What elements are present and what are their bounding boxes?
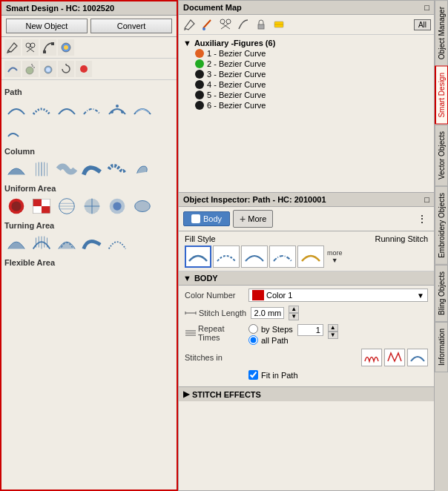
ua-shape-4[interactable] (80, 196, 104, 217)
bezier-label-2: 2 - Bezier Curve (207, 59, 266, 68)
tab-label-information: Information (438, 329, 446, 366)
all-button[interactable]: All (414, 19, 431, 30)
col-shape-6[interactable] (131, 159, 154, 179)
doc-lock-icon[interactable] (253, 17, 269, 32)
path-shape-5[interactable] (105, 99, 129, 120)
stitch-viz-1[interactable] (361, 349, 382, 366)
scissors-icon[interactable] (22, 39, 39, 56)
svg-point-47 (220, 19, 225, 24)
sidebar-tab-object-manager[interactable]: Object Manager (435, 0, 448, 66)
rotate-icon[interactable] (58, 61, 74, 77)
ta-shape-4[interactable] (80, 233, 104, 254)
node-tool-icon[interactable] (40, 39, 56, 56)
repeat-up[interactable]: ▲ (328, 324, 338, 332)
col-shape-1[interactable] (4, 159, 28, 179)
ta-shape-1[interactable] (4, 233, 28, 254)
ua-shape-1[interactable] (4, 196, 28, 217)
draw-tool-icon[interactable] (4, 39, 21, 56)
swatch-1[interactable] (185, 246, 211, 268)
by-steps-radio[interactable] (248, 324, 258, 334)
tree-item-5[interactable]: 5 - Bezier Curve (195, 90, 429, 100)
swatch-5[interactable] (297, 246, 324, 268)
new-object-button[interactable]: New Object (6, 19, 88, 33)
stitch-length-down[interactable]: ▼ (289, 313, 299, 320)
sidebar-tab-bling-objects[interactable]: Bling Objects (435, 265, 448, 322)
svg-rect-51 (258, 24, 264, 29)
col-shape-3[interactable] (55, 159, 79, 179)
stitch-length-input[interactable] (251, 307, 284, 319)
all-path-radio-row[interactable]: all Path (248, 335, 293, 345)
fill-icon[interactable] (76, 61, 92, 77)
path-shape-3[interactable] (55, 99, 79, 120)
ua-shape-3[interactable] (55, 196, 79, 217)
plus-icon: + (240, 213, 246, 225)
path-shape-2[interactable] (30, 99, 53, 120)
path-shape-7[interactable] (4, 122, 28, 142)
color-selector[interactable]: Color 1 ▼ (248, 289, 428, 302)
spray-icon[interactable] (22, 61, 39, 77)
ta-shape-2[interactable] (30, 233, 53, 254)
curve-tool-icon[interactable] (4, 61, 21, 77)
kebab-menu-button[interactable]: ⋮ (415, 211, 429, 226)
convert-button[interactable]: Convert (90, 19, 172, 33)
inspector-close[interactable]: □ (424, 195, 429, 204)
doc-brush-icon[interactable] (200, 17, 216, 32)
svg-point-0 (26, 43, 30, 47)
more-tab[interactable]: + More (233, 210, 273, 228)
svg-point-48 (226, 19, 231, 24)
svg-rect-28 (42, 200, 50, 206)
wand-icon[interactable] (40, 61, 56, 77)
by-steps-radio-row[interactable]: by Steps (248, 324, 293, 334)
svg-point-39 (113, 202, 121, 210)
ta-shape-5[interactable] (105, 233, 129, 254)
tree-parent-item[interactable]: ▼ Auxiliary -Figures (6) (183, 38, 429, 48)
stitch-viz-3[interactable] (407, 349, 428, 366)
doc-scissors-icon[interactable] (217, 17, 234, 32)
tree-item-1[interactable]: 1 - Bezier Curve (195, 48, 429, 59)
sidebar-tab-information[interactable]: Information (435, 322, 448, 372)
doc-eye-icon[interactable] (271, 17, 287, 32)
stitch-length-up[interactable]: ▲ (289, 306, 299, 313)
tree-item-4[interactable]: 4 - Bezier Curve (195, 79, 429, 90)
stitch-viz-2[interactable] (384, 349, 405, 366)
fit-in-path-checkbox[interactable] (248, 370, 258, 380)
swatch-3[interactable] (241, 246, 268, 268)
ua-shape-5[interactable] (105, 196, 129, 217)
tree-item-2[interactable]: 2 - Bezier Curve (195, 59, 429, 69)
all-path-radio[interactable] (248, 335, 258, 345)
swatch-2[interactable] (213, 246, 240, 268)
repeat-times-row: Repeat Times by Steps all Path (185, 324, 428, 345)
fit-in-path-checkbox-row[interactable]: Fit in Path (248, 370, 298, 380)
stitch-length-row: Stitch Length ▲ ▼ (185, 306, 428, 320)
tree-collapse-arrow[interactable]: ▼ (183, 39, 191, 47)
ua-shape-6[interactable] (131, 196, 154, 217)
path-shape-4[interactable] (80, 99, 104, 120)
body-tab[interactable]: Body (183, 211, 230, 226)
doc-pencil-icon[interactable] (182, 17, 198, 32)
path-shapes (4, 99, 174, 142)
col-shape-2[interactable] (30, 159, 53, 179)
color-palette-icon[interactable] (58, 39, 74, 56)
path-shape-6[interactable] (131, 99, 154, 120)
path-shape-1[interactable] (4, 99, 28, 120)
sidebar-tab-smart-design[interactable]: Smart Design (435, 66, 448, 125)
fill-swatches: more ▼ (185, 246, 428, 268)
tree-item-3[interactable]: 3 - Bezier Curve (195, 69, 429, 79)
sidebar-tab-embroidery-objects[interactable]: Embroidery Objects (435, 186, 448, 265)
ta-shape-3[interactable] (55, 233, 79, 254)
col-shape-4[interactable] (80, 159, 104, 179)
ua-shape-2[interactable] (30, 196, 53, 217)
stitch-effects-section[interactable]: ▶ STITCH EFFECTS (179, 386, 434, 401)
swatch-4[interactable] (269, 246, 296, 268)
body-section-collapse[interactable]: ▼ BODY (179, 271, 434, 286)
sidebar-tab-vector-objects[interactable]: Vector Objects (435, 125, 448, 186)
more-swatches-button[interactable]: more ▼ (326, 248, 344, 266)
col-shape-5[interactable] (105, 159, 129, 179)
repeat-count-input[interactable] (297, 324, 323, 336)
doc-map-close[interactable]: □ (424, 3, 429, 12)
doc-node-icon[interactable] (235, 17, 251, 32)
svg-point-10 (33, 67, 35, 68)
tree-group-label: Auxiliary -Figures (6) (194, 39, 275, 47)
repeat-down[interactable]: ▼ (328, 332, 338, 339)
tree-item-6[interactable]: 6 - Bezier Curve (195, 100, 429, 111)
